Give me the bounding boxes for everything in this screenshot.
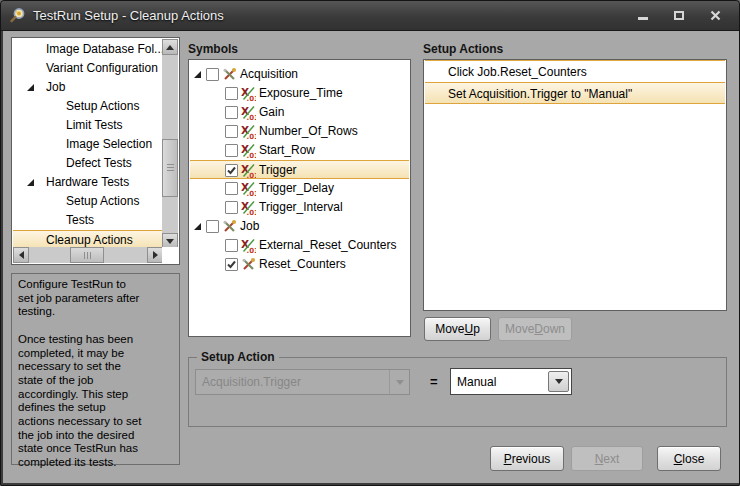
tools-icon bbox=[222, 67, 237, 82]
window-title: TestRun Setup - Cleanup Actions bbox=[33, 8, 224, 23]
setup-action-group-label: Setup Action bbox=[197, 350, 279, 364]
vertical-scroll-thumb[interactable] bbox=[162, 139, 178, 197]
symbol-item-start-row[interactable]: X.01Start_Row bbox=[190, 141, 409, 160]
nav-item-label: Hardware Tests bbox=[46, 175, 129, 189]
nav-item-label: Variant Configuration bbox=[46, 61, 158, 75]
value-combobox-value: Manual bbox=[457, 375, 496, 389]
variable-icon: X.01 bbox=[241, 163, 256, 178]
minimize-icon[interactable] bbox=[631, 7, 655, 25]
nav-item-label: Cleanup Actions bbox=[46, 233, 133, 247]
symbol-item-job[interactable]: Job bbox=[190, 217, 409, 236]
svg-text:.01: .01 bbox=[247, 152, 257, 159]
expander-icon[interactable] bbox=[194, 223, 201, 230]
target-symbol-combobox[interactable]: Acquisition.Trigger bbox=[195, 369, 410, 395]
nav-item-label: Image Selection bbox=[66, 137, 152, 151]
tools-icon bbox=[222, 219, 237, 234]
checkbox-unchecked[interactable] bbox=[225, 87, 238, 100]
setup-actions-label: Setup Actions bbox=[423, 42, 503, 56]
symbol-item-exposure-time[interactable]: X.01Exposure_Time bbox=[190, 84, 409, 103]
setup-action-item[interactable]: Click Job.Reset_Counters bbox=[425, 60, 725, 82]
setup-action-item[interactable]: Set Acquisition.Trigger to "Manual" bbox=[425, 82, 725, 104]
symbol-item-reset-counters[interactable]: Reset_Counters bbox=[190, 255, 409, 274]
variable-icon: X.01 bbox=[241, 143, 256, 158]
nav-horizontal-scrollbar[interactable] bbox=[13, 247, 163, 263]
svg-text:.01: .01 bbox=[247, 247, 257, 254]
scroll-left-button[interactable] bbox=[13, 247, 29, 263]
svg-text:.01: .01 bbox=[247, 209, 257, 216]
nav-vertical-scrollbar[interactable] bbox=[162, 39, 178, 249]
symbol-item-acquisition[interactable]: Acquisition bbox=[190, 65, 409, 84]
checkbox-unchecked[interactable] bbox=[206, 68, 219, 81]
checkbox-unchecked[interactable] bbox=[225, 125, 238, 138]
svg-text:.01: .01 bbox=[247, 133, 257, 140]
symbol-item-external-reset-counters[interactable]: X.01External_Reset_Counters bbox=[190, 236, 409, 255]
svg-text:.01: .01 bbox=[247, 114, 257, 121]
svg-text:.01: .01 bbox=[247, 172, 257, 179]
checkmark-icon bbox=[226, 259, 237, 270]
app-icon bbox=[9, 7, 26, 24]
next-button[interactable]: Next bbox=[571, 446, 643, 471]
symbol-item-gain[interactable]: X.01Gain bbox=[190, 103, 409, 122]
expander-icon[interactable] bbox=[194, 71, 201, 78]
symbol-item-number-of-rows[interactable]: X.01Number_Of_Rows bbox=[190, 122, 409, 141]
nav-item-image-database-fol[interactable]: Image Database Fol... bbox=[13, 40, 162, 59]
variable-icon: X.01 bbox=[241, 238, 256, 253]
checkmark-icon bbox=[226, 165, 237, 176]
chevron-down-icon bbox=[389, 370, 409, 394]
nav-item-label: Image Database Fol... bbox=[46, 42, 164, 56]
testrun-setup-dialog: TestRun Setup - Cleanup Actions Image Da… bbox=[0, 0, 740, 486]
dropdown-button[interactable] bbox=[548, 371, 569, 392]
close-icon[interactable] bbox=[703, 7, 727, 25]
symbol-item-label: Trigger_Interval bbox=[259, 200, 343, 214]
nav-item-job[interactable]: Job bbox=[13, 78, 162, 97]
nav-item-setup-actions[interactable]: Setup Actions bbox=[13, 97, 162, 116]
nav-item-label: Defect Tests bbox=[66, 156, 132, 170]
maximize-icon[interactable] bbox=[667, 7, 691, 25]
symbol-item-label: Gain bbox=[259, 105, 284, 119]
symbol-item-label: Acquisition bbox=[240, 67, 298, 81]
checkbox-unchecked[interactable] bbox=[225, 144, 238, 157]
nav-item-label: Setup Actions bbox=[66, 194, 139, 208]
checkbox-checked[interactable] bbox=[225, 258, 238, 271]
titlebar: TestRun Setup - Cleanup Actions bbox=[1, 1, 739, 31]
close-button[interactable]: Close bbox=[657, 446, 721, 471]
scrollbar-corner bbox=[162, 247, 178, 263]
nav-item-tests[interactable]: Tests bbox=[13, 211, 162, 230]
symbol-item-label: Trigger_Delay bbox=[259, 181, 334, 195]
scroll-up-button[interactable] bbox=[162, 39, 178, 55]
move-up-button[interactable]: Move Up bbox=[424, 317, 491, 341]
previous-button[interactable]: Previous bbox=[490, 446, 564, 471]
nav-item-defect-tests[interactable]: Defect Tests bbox=[13, 154, 162, 173]
equals-label: = bbox=[430, 374, 438, 389]
nav-item-hardware-tests[interactable]: Hardware Tests bbox=[13, 173, 162, 192]
nav-item-label: Tests bbox=[66, 213, 94, 227]
checkbox-unchecked[interactable] bbox=[225, 182, 238, 195]
target-symbol-value: Acquisition.Trigger bbox=[202, 375, 301, 389]
nav-item-label: Job bbox=[46, 80, 65, 94]
checkbox-unchecked[interactable] bbox=[225, 239, 238, 252]
symbol-item-trigger-delay[interactable]: X.01Trigger_Delay bbox=[190, 179, 409, 198]
checkbox-unchecked[interactable] bbox=[206, 220, 219, 233]
checkbox-unchecked[interactable] bbox=[225, 106, 238, 119]
expander-icon[interactable] bbox=[27, 84, 34, 91]
checkbox-unchecked[interactable] bbox=[225, 201, 238, 214]
nav-item-image-selection[interactable]: Image Selection bbox=[13, 135, 162, 154]
nav-item-label: Limit Tests bbox=[66, 118, 122, 132]
variable-icon: X.01 bbox=[241, 86, 256, 101]
symbol-item-label: External_Reset_Counters bbox=[259, 238, 396, 252]
checkbox-checked[interactable] bbox=[225, 164, 238, 177]
horizontal-scroll-thumb[interactable] bbox=[70, 247, 104, 263]
symbol-item-label: Number_Of_Rows bbox=[259, 124, 358, 138]
symbol-item-label: Exposure_Time bbox=[259, 86, 343, 100]
navigation-tree: Image Database Fol...Variant Configurati… bbox=[11, 37, 180, 265]
scroll-right-button[interactable] bbox=[147, 247, 163, 263]
expander-icon[interactable] bbox=[27, 179, 34, 186]
nav-item-limit-tests[interactable]: Limit Tests bbox=[13, 116, 162, 135]
variable-icon: X.01 bbox=[241, 181, 256, 196]
move-down-button[interactable]: Move Down bbox=[498, 317, 572, 341]
symbol-item-trigger-interval[interactable]: X.01Trigger_Interval bbox=[190, 198, 409, 217]
value-combobox[interactable]: Manual bbox=[450, 368, 572, 395]
nav-item-setup-actions[interactable]: Setup Actions bbox=[13, 192, 162, 211]
symbol-item-trigger[interactable]: X.01Trigger bbox=[190, 160, 409, 179]
nav-item-variant-configuration[interactable]: Variant Configuration bbox=[13, 59, 162, 78]
